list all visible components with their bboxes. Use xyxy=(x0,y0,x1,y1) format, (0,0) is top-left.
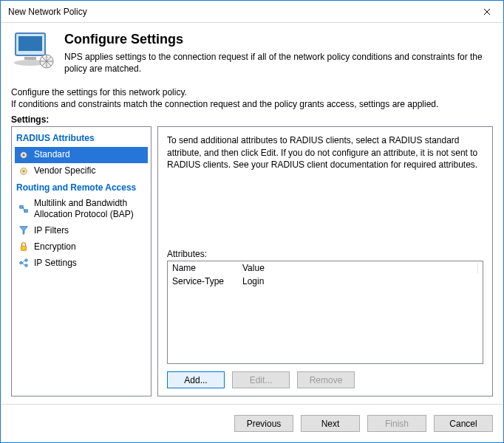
sidebar-item-vendor-specific[interactable]: Vendor Specific xyxy=(15,163,148,179)
next-button[interactable]: Next xyxy=(301,415,360,432)
svg-rect-9 xyxy=(20,206,23,209)
add-button[interactable]: Add... xyxy=(167,371,225,388)
attributes-table[interactable]: Name Value Service-Type Login xyxy=(167,261,483,364)
page-title: Configure Settings xyxy=(64,32,493,47)
settings-sidebar: RADIUS Attributes Standard Vendor Specif… xyxy=(11,126,151,396)
sidebar-section-rras: Routing and Remote Access xyxy=(15,179,148,196)
wizard-window: New Network Policy Configure Settings NP… xyxy=(0,0,504,443)
cell-value: Login xyxy=(242,276,478,286)
svg-point-8 xyxy=(22,170,25,173)
sidebar-item-ip-settings[interactable]: IP Settings xyxy=(15,255,148,271)
svg-rect-11 xyxy=(21,246,27,250)
sidebar-item-label: Standard xyxy=(34,149,70,160)
edit-button[interactable]: Edit... xyxy=(232,371,290,388)
header-graphic xyxy=(11,29,58,76)
link-icon xyxy=(18,203,30,215)
close-button[interactable] xyxy=(470,1,503,23)
attributes-label: Attributes: xyxy=(167,249,483,259)
sidebar-item-ip-filters[interactable]: IP Filters xyxy=(15,222,148,238)
sidebar-item-multilink-bap[interactable]: Multilink and Bandwidth Allocation Proto… xyxy=(15,196,148,222)
network-icon xyxy=(18,257,30,269)
table-row[interactable]: Service-Type Login xyxy=(168,275,483,288)
sidebar-section-radius: RADIUS Attributes xyxy=(15,130,148,146)
instructions: Configure the settings for this network … xyxy=(1,86,503,114)
sidebar-item-encryption[interactable]: Encryption xyxy=(15,238,148,255)
attribute-buttons: Add... Edit... Remove xyxy=(167,371,483,388)
titlebar: New Network Policy xyxy=(1,1,503,23)
previous-button[interactable]: Previous xyxy=(234,415,293,432)
wizard-header: Configure Settings NPS applies settings … xyxy=(1,23,503,86)
gear-icon xyxy=(18,149,30,161)
svg-point-6 xyxy=(22,154,25,157)
svg-rect-10 xyxy=(24,210,27,213)
content-description: To send additional attributes to RADIUS … xyxy=(167,134,483,171)
window-title: New Network Policy xyxy=(8,7,87,17)
svg-point-13 xyxy=(25,259,28,262)
instructions-line: If conditions and constraints match the … xyxy=(11,98,493,110)
settings-label: Settings: xyxy=(1,114,503,126)
sidebar-item-label: Encryption xyxy=(34,241,76,253)
remove-button[interactable]: Remove xyxy=(297,371,355,388)
svg-rect-2 xyxy=(24,57,36,60)
gear-icon xyxy=(18,165,30,177)
close-icon xyxy=(483,8,491,16)
header-text: Configure Settings NPS applies settings … xyxy=(64,29,493,76)
funnel-icon xyxy=(18,224,30,236)
sidebar-item-label: IP Settings xyxy=(34,258,77,269)
wizard-footer: Previous Next Finish Cancel xyxy=(1,404,503,442)
sidebar-item-label: Multilink and Bandwidth Allocation Proto… xyxy=(34,198,145,220)
column-value[interactable]: Value xyxy=(242,263,478,273)
table-header: Name Value xyxy=(168,261,483,275)
lock-icon xyxy=(18,241,30,253)
sidebar-item-label: IP Filters xyxy=(34,225,69,236)
content-pane: To send additional attributes to RADIUS … xyxy=(157,126,493,396)
page-description: NPS applies settings to the connection r… xyxy=(64,52,493,75)
finish-button[interactable]: Finish xyxy=(367,415,426,432)
cancel-button[interactable]: Cancel xyxy=(434,415,493,432)
column-name[interactable]: Name xyxy=(172,263,242,273)
sidebar-item-label: Vendor Specific xyxy=(34,165,95,176)
svg-point-14 xyxy=(25,264,28,267)
svg-rect-1 xyxy=(18,36,42,51)
instructions-line: Configure the settings for this network … xyxy=(11,86,493,98)
main-area: RADIUS Attributes Standard Vendor Specif… xyxy=(1,126,503,404)
sidebar-item-standard[interactable]: Standard xyxy=(15,147,148,163)
cell-name: Service-Type xyxy=(172,276,242,286)
svg-point-12 xyxy=(20,261,23,264)
